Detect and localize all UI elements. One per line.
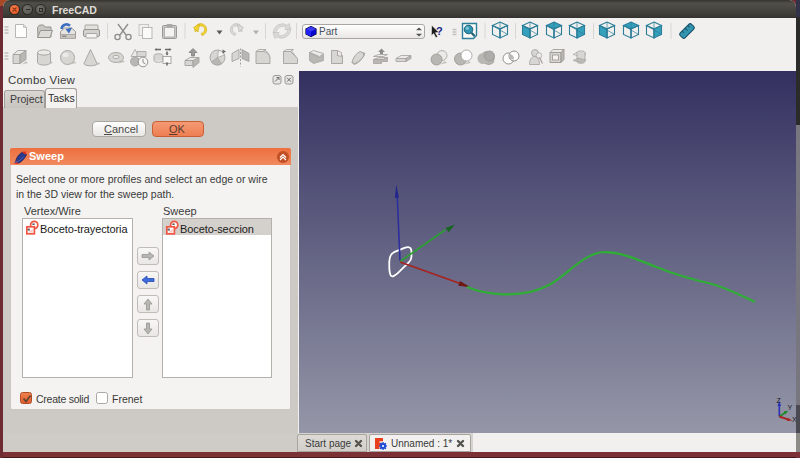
svg-text:Y: Y xyxy=(788,404,793,411)
svg-text:?: ? xyxy=(436,25,443,37)
svg-text:Z: Z xyxy=(777,397,782,404)
